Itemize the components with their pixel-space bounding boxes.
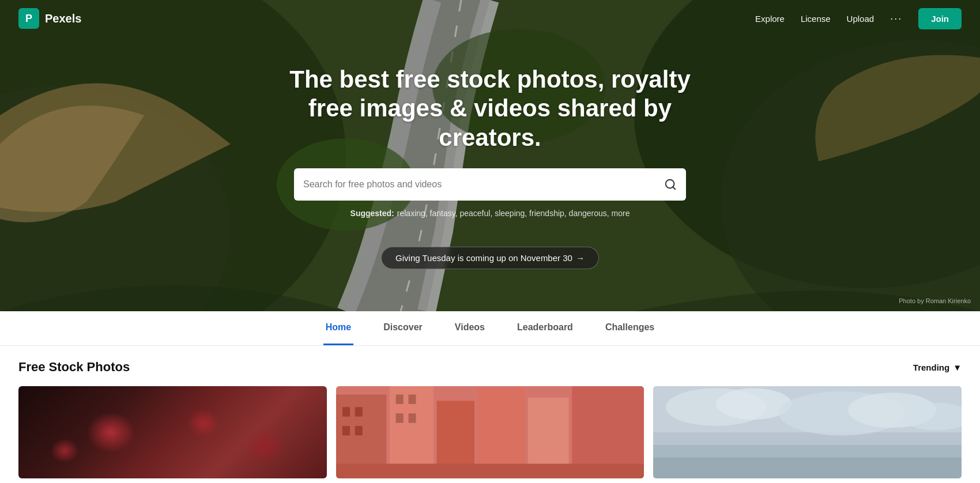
section-header: Free Stock Photos Trending ▼	[18, 360, 962, 375]
more-menu-button[interactable]: ···	[890, 13, 902, 25]
suggested-row: Suggested: relaxing, fantasy, peaceful, …	[350, 209, 630, 218]
tab-leaderboard[interactable]: Leaderboard	[515, 311, 575, 345]
photo-card-2[interactable]	[336, 386, 644, 478]
photo-svg-2	[336, 386, 644, 478]
sort-arrow-icon: ▼	[953, 363, 962, 372]
svg-rect-16	[342, 407, 350, 416]
search-button[interactable]	[664, 178, 677, 191]
main-content: Free Stock Photos Trending ▼	[0, 346, 980, 478]
svg-rect-18	[342, 426, 350, 435]
banner-arrow: →	[576, 253, 585, 263]
svg-rect-17	[355, 407, 362, 416]
tabs-bar: Home Discover Videos Leaderboard Challen…	[0, 311, 980, 346]
tab-challenges[interactable]: Challenges	[603, 311, 657, 345]
svg-rect-21	[408, 395, 416, 404]
photo-grid	[18, 386, 962, 478]
trending-sort-button[interactable]: Trending ▼	[913, 363, 962, 372]
giving-tuesday-banner[interactable]: Giving Tuesday is coming up on November …	[381, 247, 599, 269]
svg-line-8	[673, 187, 675, 189]
logo-icon: P	[18, 8, 39, 29]
upload-link[interactable]: Upload	[847, 14, 875, 24]
hero-title: The best free stock photos, royalty free…	[288, 65, 692, 152]
tab-videos[interactable]: Videos	[453, 311, 487, 345]
svg-rect-24	[336, 464, 644, 478]
search-input[interactable]	[303, 179, 658, 190]
tab-home[interactable]: Home	[323, 311, 353, 345]
nav-links: Explore License Upload ··· Join	[755, 8, 962, 29]
brand-name: Pexels	[45, 12, 81, 25]
logo-link[interactable]: P Pexels	[18, 8, 81, 29]
svg-rect-33	[653, 458, 962, 478]
photo-svg-3	[653, 386, 962, 478]
svg-rect-19	[355, 426, 362, 435]
photo-card-1[interactable]	[18, 386, 327, 478]
svg-rect-20	[395, 395, 403, 404]
suggested-terms[interactable]: relaxing, fantasy, peaceful, sleeping, f…	[397, 209, 630, 218]
banner-text: Giving Tuesday is coming up on November …	[395, 253, 572, 263]
search-bar	[294, 168, 686, 201]
trending-label: Trending	[913, 363, 949, 372]
svg-rect-22	[395, 413, 403, 422]
photo-card-3[interactable]	[653, 386, 962, 478]
join-button[interactable]: Join	[918, 8, 962, 29]
explore-link[interactable]: Explore	[755, 14, 785, 24]
hero-content: The best free stock photos, royalty free…	[0, 0, 980, 311]
suggested-label: Suggested:	[350, 209, 394, 218]
tab-discover[interactable]: Discover	[381, 311, 425, 345]
license-link[interactable]: License	[801, 14, 831, 24]
search-icon	[664, 178, 677, 191]
navbar: P Pexels Explore License Upload ··· Join	[0, 0, 980, 37]
hero-section: Photo by Roman Kirienko The best free st…	[0, 0, 980, 311]
svg-rect-23	[408, 413, 416, 422]
photo-overlay-1	[18, 386, 327, 478]
section-title: Free Stock Photos	[18, 360, 130, 375]
